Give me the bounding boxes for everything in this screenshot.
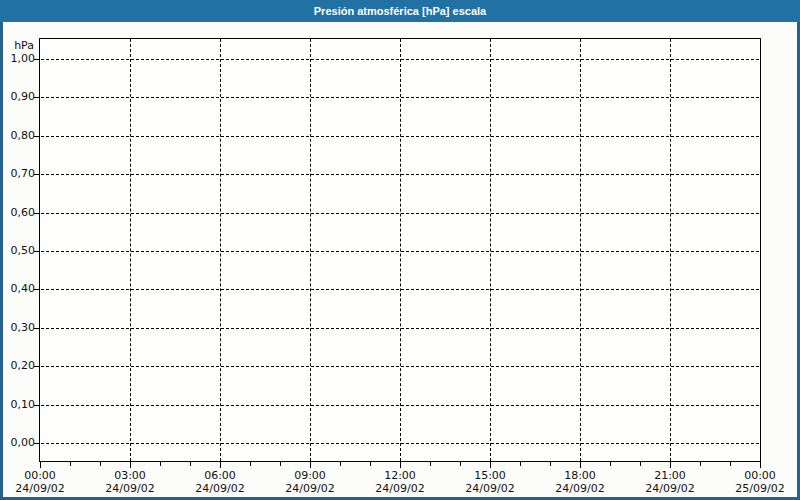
x-axis-time-label: 21:00 (635, 469, 705, 482)
x-axis-minor-tick (340, 462, 341, 466)
chart-title-bar: Presión atmosférica [hPa] escala (0, 0, 800, 22)
x-axis-date-label: 24/09/02 (365, 482, 435, 495)
y-axis-tick-label: 0,10 (0, 398, 35, 412)
x-axis-time-label: 09:00 (275, 469, 345, 482)
x-axis-minor-tick (640, 462, 641, 466)
x-axis-date-label: 24/09/02 (185, 482, 255, 495)
x-axis-time-label: 12:00 (365, 469, 435, 482)
x-axis-minor-tick (70, 462, 71, 466)
x-axis-minor-tick (370, 462, 371, 466)
y-axis-tick-label: 0,20 (0, 359, 35, 373)
x-axis-minor-tick (610, 462, 611, 466)
x-axis-date-label: 25/09/02 (725, 482, 795, 495)
x-axis-minor-tick (160, 462, 161, 466)
x-axis-date-label: 24/09/02 (455, 482, 525, 495)
plot-area (39, 38, 761, 462)
x-axis-major-tick (670, 462, 671, 468)
x-axis-major-tick (400, 462, 401, 468)
x-axis-major-tick (580, 462, 581, 468)
x-axis-time-label: 15:00 (455, 469, 525, 482)
x-axis-minor-tick (190, 462, 191, 466)
x-axis-time-label: 06:00 (185, 469, 255, 482)
y-axis-tick-label: 0,00 (0, 436, 35, 450)
y-axis-unit-label: hPa (0, 39, 34, 53)
x-axis-major-tick (130, 462, 131, 468)
x-axis-date-label: 24/09/02 (545, 482, 615, 495)
x-axis-major-tick (40, 462, 41, 468)
y-axis-tick-label: 0,70 (0, 167, 35, 181)
x-axis-minor-tick (460, 462, 461, 466)
y-axis-tick-label: 0,50 (0, 244, 35, 258)
x-axis-minor-tick (280, 462, 281, 466)
y-axis-tick-label: 1,00 (0, 52, 35, 66)
x-axis-date-label: 24/09/02 (635, 482, 705, 495)
chart-window: Presión atmosférica [hPa] escala hPa 1,0… (0, 0, 800, 500)
x-axis-major-tick (310, 462, 311, 468)
x-axis-major-tick (220, 462, 221, 468)
y-axis-tick-label: 0,60 (0, 206, 35, 220)
x-axis-minor-tick (250, 462, 251, 466)
x-axis-time-label: 03:00 (95, 469, 165, 482)
y-axis-tick-label: 0,80 (0, 129, 35, 143)
x-axis-minor-tick (430, 462, 431, 466)
x-axis-time-label: 00:00 (5, 469, 75, 482)
x-axis-time-label: 18:00 (545, 469, 615, 482)
x-axis-minor-tick (550, 462, 551, 466)
x-axis-minor-tick (700, 462, 701, 466)
x-axis-minor-tick (520, 462, 521, 466)
x-axis-minor-tick (730, 462, 731, 466)
x-axis-time-label: 00:00 (725, 469, 795, 482)
chart-title: Presión atmosférica [hPa] escala (314, 5, 486, 17)
x-axis-date-label: 24/09/02 (95, 482, 165, 495)
y-axis-tick-label: 0,90 (0, 90, 35, 104)
x-axis-minor-tick (100, 462, 101, 466)
x-axis-date-label: 24/09/02 (275, 482, 345, 495)
x-axis-date-label: 24/09/02 (5, 482, 75, 495)
x-axis-major-tick (760, 462, 761, 468)
y-axis-tick-label: 0,30 (0, 321, 35, 335)
x-axis-major-tick (490, 462, 491, 468)
y-axis-tick-label: 0,40 (0, 282, 35, 296)
